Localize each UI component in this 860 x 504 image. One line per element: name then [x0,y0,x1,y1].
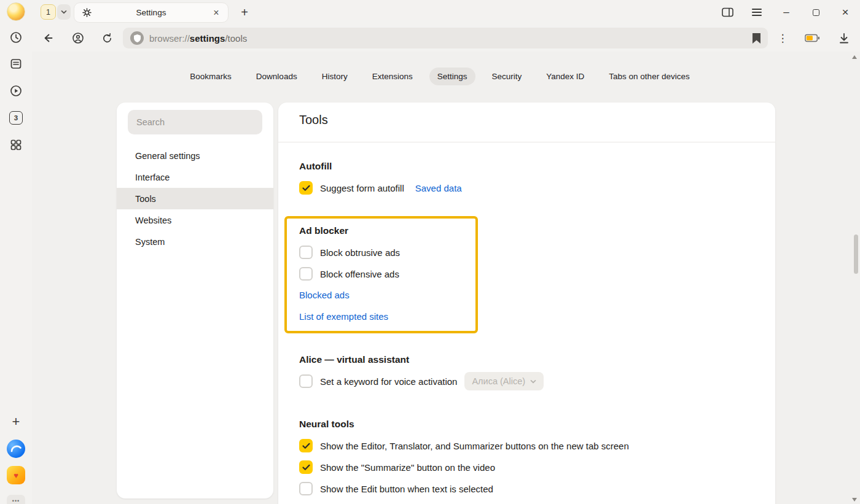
address-bar[interactable]: browser://settings/tools [123,28,768,48]
toolbar-overflow-icon[interactable]: ⋮ [775,31,790,45]
left-rail: 3 + ♥ ••• [0,0,32,504]
blocked-ads-link[interactable]: Blocked ads [299,289,350,301]
voice-keyword-checkbox[interactable] [299,374,313,388]
favorites-app-icon[interactable]: ♥ [7,466,25,484]
downloads-icon[interactable] [837,31,851,45]
suggest-autofill-checkbox[interactable] [299,181,313,195]
plus-icon: + [12,415,20,428]
nav-tab-downloads[interactable]: Downloads [248,68,305,85]
checkbox-label: Show the Editor, Translator, and Summari… [320,441,629,451]
battery-icon[interactable] [805,31,819,45]
tab-close-icon[interactable]: × [211,7,222,18]
scroll-up-arrow[interactable] [852,55,857,59]
history-icon[interactable] [9,31,23,44]
chevron-down-icon [530,379,536,384]
neural-row-1: Show the Editor, Translator, and Summari… [299,437,629,454]
ad-blocker-heading: Ad blocker [299,225,348,237]
orange-app-icon: ♥ [7,466,25,484]
search-input[interactable] [128,110,262,134]
tab-group[interactable]: 1 [41,4,71,20]
alice-row: Set a keyword for voice activation Алиса… [299,371,544,391]
nav-tab-security[interactable]: Security [484,68,530,85]
url-text: browser://settings/tools [149,33,247,44]
browser-tab-settings[interactable]: Settings × [74,2,229,23]
tab-group-count: 1 [41,4,56,20]
scrollbar-thumb[interactable] [854,235,858,274]
sidebar-item-interface[interactable]: Interface [117,166,273,188]
checkbox-label: Block offensive ads [320,269,399,279]
exempted-sites-link[interactable]: List of exempted sites [299,311,388,323]
profile-avatar[interactable] [7,2,25,21]
refresh-icon[interactable] [100,31,114,45]
autofill-row: Suggest form autofill Saved data [299,179,462,196]
tab-counter: 3 [9,111,23,125]
apps-grid-icon[interactable] [9,138,23,152]
new-tab-button[interactable]: + [237,5,252,20]
block-obtrusive-ads-checkbox[interactable] [299,246,313,259]
sidebar-item-system[interactable]: System [117,231,273,252]
ad-blocker-row-2: Block offensive ads [299,265,399,282]
nav-tab-extensions[interactable]: Extensions [364,68,421,85]
maximize-button[interactable] [801,0,831,25]
sidebar-item-tools[interactable]: Tools [117,188,273,209]
blue-app-icon [7,440,25,458]
summarize-video-checkbox[interactable] [299,460,313,474]
chevron-down-icon[interactable] [57,4,71,20]
bookmark-icon[interactable] [752,33,760,44]
url-host: settings [190,33,225,44]
checkbox-label: Show the "Summarize" button on the video [320,462,495,473]
checkbox-label: Show the Edit button when text is select… [320,484,493,494]
more-apps-button[interactable]: ••• [7,495,25,504]
feed-icon[interactable] [9,57,23,71]
url-path: /tools [225,33,247,44]
page-title: Tools [299,113,328,127]
close-window-button[interactable]: × [831,0,860,25]
nav-tab-settings[interactable]: Settings [429,68,475,85]
checkbox-label: Set a keyword for voice activation [320,376,457,387]
nav-tab-other-devices[interactable]: Tabs on other devices [601,68,697,85]
neural-row-3: Show the Edit button when text is select… [299,480,493,497]
tab-counter-badge[interactable]: 3 [9,111,23,125]
more-dots-icon: ••• [7,495,25,504]
play-icon[interactable] [9,84,23,98]
nav-tab-history[interactable]: History [314,68,356,85]
browser-app-icon[interactable] [7,440,25,458]
checkbox-label: Suggest form autofill [320,183,404,193]
gear-icon [82,8,92,17]
saved-data-link[interactable]: Saved data [415,183,462,193]
maximize-icon [813,9,819,16]
minimize-button[interactable]: – [772,0,801,25]
divider [278,142,775,142]
scroll-down-arrow[interactable] [852,498,857,502]
yandex-id-icon[interactable] [71,31,85,45]
sidebar-item-general[interactable]: General settings [117,145,273,166]
window-controls: – × [713,0,860,25]
url-scheme: browser:// [149,33,190,44]
tab-title: Settings [92,8,211,17]
dropdown-value: Алиса (Alice) [472,376,525,386]
checkbox-label: Block obtrusive ads [320,247,400,258]
settings-page: Bookmarks Downloads History Extensions S… [32,52,860,504]
shield-icon[interactable] [130,31,144,45]
block-offensive-ads-checkbox[interactable] [299,267,313,281]
menu-icon[interactable] [742,0,772,25]
alice-keyword-dropdown[interactable]: Алиса (Alice) [464,372,544,390]
nav-tab-bookmarks[interactable]: Bookmarks [182,68,240,85]
toolbar: browser://settings/tools ⋮ [32,25,860,52]
editor-buttons-checkbox[interactable] [299,439,313,452]
sidebar-item-websites[interactable]: Websites [117,209,273,231]
side-panel-icon[interactable] [713,0,742,25]
settings-menu-card: General settings Interface Tools Website… [117,103,273,498]
settings-nav: Bookmarks Downloads History Extensions S… [32,68,848,85]
back-button[interactable] [41,31,55,45]
neural-tools-heading: Neural tools [299,418,354,430]
neural-row-2: Show the "Summarize" button on the video [299,459,495,476]
avatar-icon [7,2,25,21]
autofill-heading: Autofill [299,160,332,173]
titlebar: 1 Settings × + – × [32,0,860,25]
hamburger-icon [752,9,762,16]
edit-button-checkbox[interactable] [299,482,313,495]
add-panel-button[interactable]: + [12,415,20,428]
ad-blocker-row-1: Block obtrusive ads [299,244,400,261]
nav-tab-yandex-id[interactable]: Yandex ID [538,68,592,85]
